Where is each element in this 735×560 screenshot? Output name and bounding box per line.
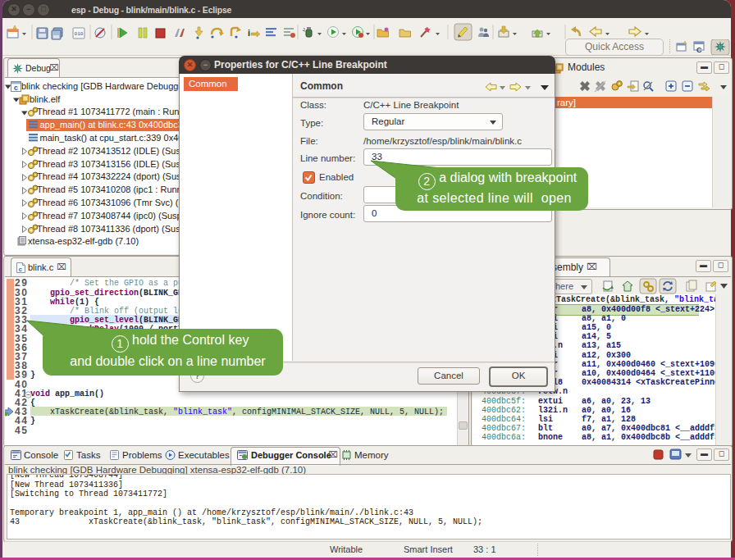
svg-text:i: i: [248, 28, 250, 38]
svg-text:c: c: [14, 84, 18, 92]
svg-text:C: C: [696, 46, 702, 54]
svg-text:c: c: [19, 266, 23, 273]
svg-text:010: 010: [75, 31, 84, 37]
